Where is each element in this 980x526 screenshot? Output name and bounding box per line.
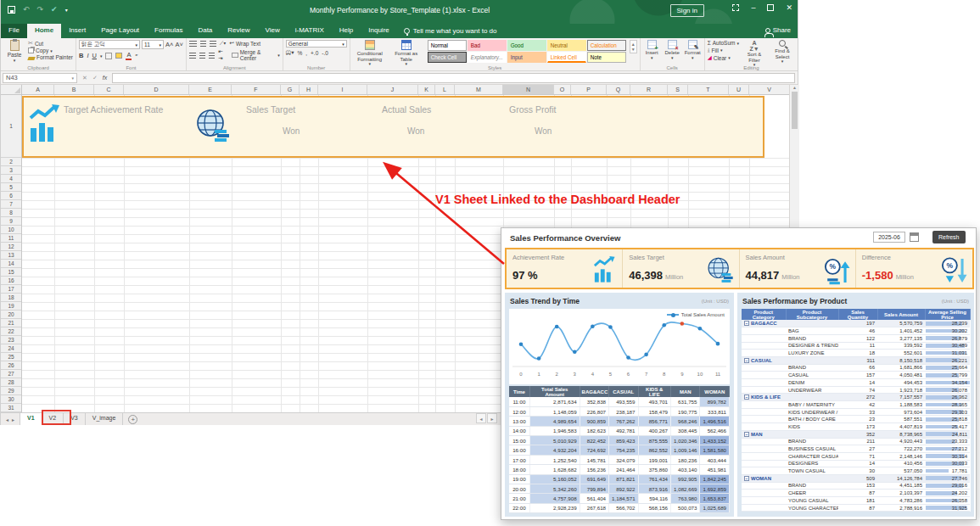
ribbon-display-options-icon[interactable] — [732, 4, 739, 11]
scroll-left-icon[interactable]: ◂ — [476, 413, 486, 423]
cell-style-check-cell[interactable]: Check Cell — [428, 52, 467, 63]
menu-tab-file[interactable]: File — [1, 24, 27, 38]
row-header-22[interactable]: 22 — [1, 327, 21, 336]
cell-style-note[interactable]: Note — [587, 52, 626, 63]
gallery-scroll[interactable]: ▲▼ — [630, 40, 637, 53]
collapse-icon[interactable]: – — [744, 358, 749, 363]
row-header-9[interactable]: 9 — [1, 217, 21, 226]
row-header-25[interactable]: 25 — [1, 353, 21, 361]
sheet-tab-v_image[interactable]: V_image — [86, 413, 124, 425]
indent-icons[interactable]: ⇤ ⇥ — [218, 48, 228, 62]
menu-tab-inquire[interactable]: Inquire — [361, 24, 396, 38]
conditional-formatting-button[interactable]: Conditional Formatting▾ — [353, 40, 387, 67]
row-header-14[interactable]: 14 — [1, 260, 21, 268]
column-header-V[interactable]: V — [749, 85, 790, 94]
font-color-icon[interactable]: A — [126, 51, 132, 60]
menu-tab-review[interactable]: Review — [220, 24, 257, 38]
row-header-2[interactable]: 2 — [1, 158, 21, 166]
row-header-1[interactable]: 1 — [1, 95, 21, 158]
horizontal-scrollbar[interactable]: ◂▸ — [476, 413, 497, 423]
column-header-C[interactable]: C — [94, 85, 124, 94]
phonetic-icon[interactable]: ᵃ̈ — [135, 53, 137, 59]
row-header-15[interactable]: 15 — [1, 268, 21, 277]
menu-tab-view[interactable]: View — [258, 24, 288, 38]
cell-style-bad[interactable]: Bad — [468, 40, 507, 51]
scrollbar-thumb[interactable] — [792, 92, 798, 129]
column-header-L[interactable]: L — [435, 85, 455, 94]
format-painter-button[interactable]: Format Painter — [28, 54, 73, 60]
cell-style-input[interactable]: Input — [507, 52, 546, 63]
row-header-4[interactable]: 4 — [1, 175, 21, 183]
fill-color-icon[interactable] — [115, 53, 122, 59]
percent-style-icon[interactable]: % — [297, 50, 302, 56]
accounting-format-icon[interactable]: 🕮▾ — [286, 49, 294, 56]
row-header-20[interactable]: 20 — [1, 311, 21, 319]
insert-function-icon[interactable]: fx — [103, 75, 107, 81]
undo-icon[interactable]: ↶ — [23, 5, 30, 14]
row-header-27[interactable]: 27 — [1, 370, 21, 378]
tell-me-box[interactable]: Tell me what you want to do — [397, 24, 504, 38]
select-all-corner[interactable] — [1, 85, 22, 94]
row-header-13[interactable]: 13 — [1, 251, 21, 260]
column-header-G[interactable]: G — [281, 85, 300, 94]
cell-style-neutral[interactable]: Neutral — [547, 40, 586, 51]
align-top-icon[interactable] — [189, 41, 197, 47]
sort-filter-button[interactable]: AZ▼ Sort & Filter▾ — [742, 40, 767, 68]
comma-style-icon[interactable]: , — [305, 50, 307, 56]
save-icon[interactable] — [8, 6, 15, 14]
align-center-icon[interactable] — [199, 53, 205, 59]
formula-input[interactable] — [112, 73, 795, 83]
row-header-31[interactable]: 31 — [1, 404, 21, 412]
row-header-23[interactable]: 23 — [1, 336, 21, 344]
align-right-icon[interactable] — [209, 53, 215, 59]
cell-style-normal[interactable]: Normal — [428, 40, 467, 51]
column-header-N[interactable]: N — [503, 85, 554, 94]
column-header-P[interactable]: P — [571, 85, 607, 94]
row-header-12[interactable]: 12 — [1, 243, 21, 251]
cell-style-explanatory-[interactable]: Explanatory... — [468, 52, 507, 63]
column-header-R[interactable]: R — [630, 85, 668, 94]
menu-tab-help[interactable]: Help — [332, 24, 361, 38]
find-select-button[interactable]: Find & Select▾ — [770, 40, 795, 64]
row-header-29[interactable]: 29 — [1, 387, 21, 395]
row-header-26[interactable]: 26 — [1, 361, 21, 370]
copy-button[interactable]: Copy ▾ — [28, 48, 73, 53]
collapse-icon[interactable]: – — [744, 394, 749, 400]
column-header-Q[interactable]: Q — [607, 85, 630, 94]
column-header-E[interactable]: E — [189, 85, 232, 94]
sheet-nav-arrows[interactable]: ◂▸ — [1, 413, 20, 425]
align-bottom-icon[interactable] — [210, 41, 216, 47]
menu-tab-data[interactable]: Data — [190, 24, 220, 38]
sign-in-button[interactable]: Sign in — [670, 4, 704, 17]
share-button[interactable]: Share — [765, 26, 791, 34]
cell-style-good[interactable]: Good — [507, 40, 546, 51]
enter-icon[interactable]: ✓ — [92, 75, 98, 81]
prev-sheet-icon[interactable]: ◂ — [6, 417, 8, 422]
collapse-icon[interactable]: – — [744, 432, 749, 437]
row-header-11[interactable]: 11 — [1, 234, 21, 243]
number-format-select[interactable]: General▾ — [286, 40, 347, 48]
paste-button[interactable]: Paste ▾ — [3, 40, 25, 63]
underline-button[interactable]: U — [92, 52, 97, 59]
row-header-19[interactable]: 19 — [1, 302, 21, 311]
restore-button[interactable] — [767, 4, 774, 11]
new-sheet-button[interactable]: + — [128, 415, 137, 424]
menu-tab-page-layout[interactable]: Page Layout — [93, 24, 147, 38]
cell-style-calculation[interactable]: Calculation — [587, 40, 626, 51]
minimize-button[interactable]: – — [751, 3, 755, 12]
sheet-tab-v1[interactable]: V1 — [20, 413, 42, 425]
delete-cells-button[interactable]: ×Delete▾ — [664, 40, 681, 60]
format-as-table-button[interactable]: Format as Table▾ — [389, 40, 423, 67]
autosum-button[interactable]: ΣAutoSum ▾ — [708, 40, 739, 46]
refresh-button[interactable]: Refresh — [932, 231, 966, 243]
row-header-8[interactable]: 8 — [1, 209, 21, 217]
cancel-icon[interactable]: ✕ — [82, 75, 87, 81]
row-header-17[interactable]: 17 — [1, 285, 21, 294]
align-left-icon[interactable] — [189, 53, 196, 59]
orientation-icon[interactable]: ⟋▾ — [220, 40, 227, 47]
name-box[interactable]: N43▾ — [3, 73, 77, 83]
font-size-select[interactable]: 11▾ — [142, 40, 164, 49]
font-name-select[interactable]: 맑은 고딕▾ — [79, 40, 140, 49]
row-header-7[interactable]: 7 — [1, 200, 21, 209]
row-header-21[interactable]: 21 — [1, 319, 21, 327]
